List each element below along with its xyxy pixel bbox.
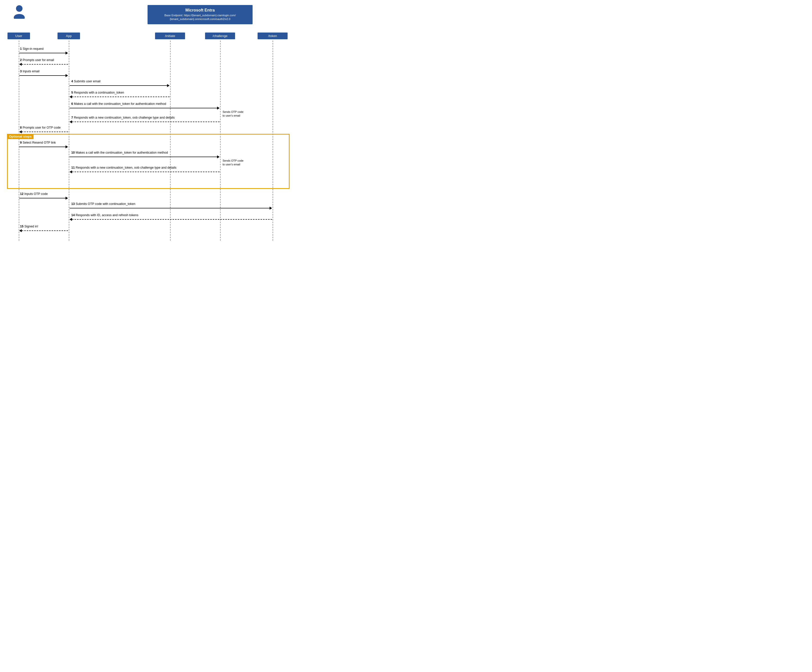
msg-9-label: 9 Select Resend OTP link [20,141,56,144]
lifeline-header-challenge: /challenge [205,32,235,39]
msg-11-label: 11 Responds with a new continuation_toke… [71,166,176,169]
msg-14-arrow [70,218,272,221]
lifeline-header-app: App [58,32,80,39]
msg-4-arrow [70,84,169,87]
msg-10-label: 10 Makes a call with the continuation_to… [71,151,168,154]
msg-10-arrow [70,156,220,158]
msg-2-arrow [19,63,68,66]
msg-3-label: 3 Inputs email [20,70,39,73]
msg-5-label: 5 Responds with a continuation_token [71,91,124,94]
msg-6-arrow [70,106,220,109]
msg-14-label: 14 Responds with ID, access and refresh … [71,214,138,217]
sequence-diagram: Microsoft Entra Base Endpoint: https://{… [5,5,295,243]
msg-13-label: 13 Submits OTP code with continuation_to… [71,202,135,206]
ms-entra-title: Microsoft Entra [152,8,249,12]
msg-8-arrow [19,130,68,133]
msg-1-arrow [19,51,68,55]
svg-point-0 [16,5,22,12]
msg-12-label: 12 Inputs OTP code [20,192,48,196]
msg-8-label: 8 Prompts user for OTP code [20,126,61,129]
msg-15-label: 15 Signed in! [20,225,38,228]
lifeline-header-initiate: /initiate [155,32,185,39]
ms-entra-subtitle: Base Endpoint: https://{tenant_subdomain… [152,14,249,21]
user-person-svg [13,5,26,19]
msg-11-arrow [70,170,220,173]
side-note-2: Sends OTP codeto user's email [223,159,244,167]
msg-4-label: 4 Submits user email [71,80,101,83]
ms-entra-box: Microsoft Entra Base Endpoint: https://{… [148,5,252,24]
msg-1-label: 1 Sign-in request [20,47,44,51]
msg-6-label: 6 Makes a call with the continuation_tok… [71,102,166,106]
msg-9-arrow [19,145,68,148]
msg-5-arrow [70,95,169,98]
msg-7-label: 7 Responds with a new continuation_token… [71,116,174,119]
msg-2-label: 2 Prompts user for email [20,58,54,62]
lifeline-header-token: /token [258,32,288,39]
msg-13-arrow [70,207,272,210]
msg-7-arrow [70,120,220,123]
optional-steps-label: Optional steps [7,134,34,139]
lifeline-header-user: User [7,32,30,39]
side-note-1: Sends OTP codeto user's email [223,110,244,118]
svg-point-1 [14,14,25,19]
msg-15-arrow [19,229,68,232]
user-actor-icon [13,5,26,19]
msg-12-arrow [19,197,68,200]
msg-3-arrow [19,74,68,77]
